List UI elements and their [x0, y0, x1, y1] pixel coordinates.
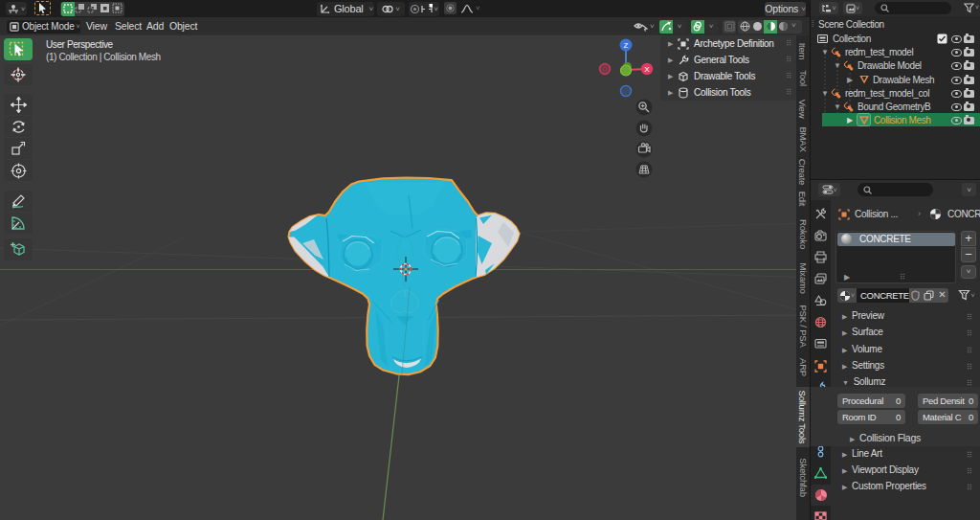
svg-text:X: X: [644, 65, 650, 74]
svg-text:Z: Z: [624, 41, 629, 50]
